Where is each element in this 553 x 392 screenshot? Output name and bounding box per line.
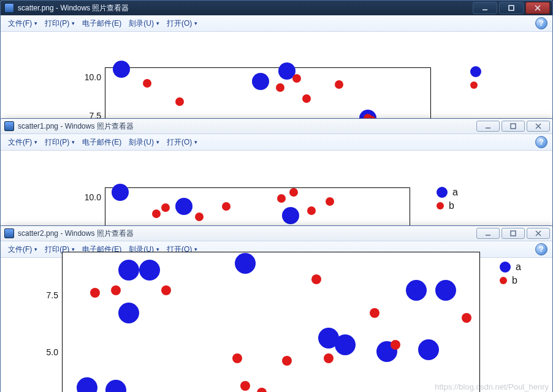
- svg-rect-2: [511, 231, 516, 236]
- svg-rect-1: [511, 124, 516, 129]
- data-point-a: [435, 280, 456, 301]
- y-tick-label: 10.0: [74, 192, 101, 202]
- close-button[interactable]: [527, 121, 550, 132]
- y-tick-label: 7.5: [31, 290, 58, 300]
- titlebar[interactable]: scatter.png - Windows 照片查看器: [1, 1, 552, 15]
- close-button[interactable]: [527, 228, 550, 239]
- y-tick-label: 10.0: [74, 72, 101, 82]
- maximize-button[interactable]: [499, 2, 524, 14]
- data-point-a: [335, 334, 356, 355]
- data-point-a: [175, 198, 193, 215]
- data-point-b: [292, 74, 301, 83]
- svg-rect-0: [509, 6, 514, 10]
- data-point-b: [90, 288, 100, 298]
- minimize-button[interactable]: [476, 228, 500, 239]
- data-point-a: [406, 280, 427, 301]
- close-button[interactable]: [525, 2, 550, 14]
- menu-open[interactable]: 打开(O)▾: [164, 136, 200, 149]
- data-point-a: [235, 253, 256, 274]
- data-point-b: [277, 194, 286, 203]
- legend-swatch-a: [437, 187, 448, 198]
- legend: [467, 64, 490, 93]
- legend-swatch-b: [500, 277, 507, 284]
- data-point-b: [282, 356, 292, 366]
- chevron-down-icon: ▾: [156, 20, 159, 26]
- data-point-a: [282, 207, 299, 224]
- data-point-a: [112, 184, 129, 201]
- data-point-a: [139, 260, 160, 281]
- titlebar[interactable]: scatter1.png - Windows 照片查看器: [1, 119, 552, 134]
- data-point-b: [326, 197, 334, 206]
- menubar: 文件(F)▾ 打印(P)▾ 电子邮件(E) 刻录(U)▾ 打开(O)▾ ?: [1, 15, 552, 32]
- legend-label-a: a: [516, 262, 521, 273]
- minimize-icon: [485, 230, 491, 236]
- menu-open[interactable]: 打开(O)▾: [164, 17, 200, 30]
- menu-email[interactable]: 电子邮件(E): [80, 17, 124, 30]
- menu-file[interactable]: 文件(F)▾: [6, 136, 40, 149]
- legend-swatch-b: [437, 202, 444, 209]
- menu-file[interactable]: 文件(F)▾: [6, 17, 40, 30]
- window-title: scatter1.png - Windows 照片查看器: [18, 119, 476, 134]
- data-point-b: [143, 79, 151, 88]
- minimize-button[interactable]: [473, 2, 497, 14]
- maximize-button[interactable]: [502, 121, 525, 132]
- app-icon: [4, 121, 14, 131]
- menubar: 文件(F)▾ 打印(P)▾ 电子邮件(E) 刻录(U)▾ 打开(O)▾ ?: [1, 134, 552, 151]
- window-photo-viewer-1: scatter.png - Windows 照片查看器 文件(F)▾ 打印(P)…: [0, 0, 553, 137]
- window-photo-viewer-3: scatter2.png - Windows 照片查看器 文件(F)▾ 打印(P…: [0, 225, 553, 392]
- data-point-b: [324, 353, 334, 363]
- legend-label-b: b: [449, 200, 454, 211]
- data-point-b: [161, 203, 170, 212]
- chevron-down-icon: ▾: [34, 246, 37, 252]
- legend-swatch-a: [470, 66, 481, 77]
- menu-email[interactable]: 电子邮件(E): [80, 136, 124, 149]
- window-title: scatter2.png - Windows 照片查看器: [18, 226, 476, 241]
- maximize-icon: [510, 123, 516, 129]
- data-point-b: [302, 94, 311, 103]
- data-point-b: [391, 340, 400, 350]
- help-icon[interactable]: ?: [535, 243, 547, 255]
- data-point-b: [195, 213, 204, 221]
- legend-label-b: b: [512, 275, 517, 286]
- data-point-b: [152, 209, 161, 218]
- data-point-b: [222, 202, 231, 211]
- data-point-b: [161, 285, 171, 295]
- window-title: scatter.png - Windows 照片查看器: [18, 1, 473, 15]
- menu-print[interactable]: 打印(P)▾: [42, 136, 77, 149]
- help-icon[interactable]: ?: [535, 136, 547, 148]
- data-point-a: [118, 303, 139, 323]
- data-point-a: [118, 260, 139, 281]
- chevron-down-icon: ▾: [194, 139, 197, 145]
- help-icon[interactable]: ?: [535, 17, 547, 29]
- data-point-a: [113, 61, 130, 78]
- chevron-down-icon: ▾: [194, 20, 197, 26]
- legend-swatch-a: [500, 262, 511, 273]
- data-point-b: [370, 308, 379, 318]
- legend: ab: [433, 184, 462, 214]
- menu-file[interactable]: 文件(F)▾: [6, 243, 40, 256]
- y-tick-label: 5.0: [31, 347, 58, 357]
- close-icon: [535, 230, 541, 236]
- menu-print[interactable]: 打印(P)▾: [42, 17, 77, 30]
- titlebar[interactable]: scatter2.png - Windows 照片查看器: [1, 226, 552, 241]
- data-point-b: [111, 285, 121, 295]
- legend-label-a: a: [452, 187, 458, 198]
- close-icon: [535, 123, 541, 129]
- data-point-b: [462, 313, 471, 323]
- data-point-a: [252, 73, 269, 90]
- menu-burn[interactable]: 刻录(U)▾: [126, 17, 162, 30]
- legend: ab: [496, 259, 525, 288]
- chevron-down-icon: ▾: [156, 139, 159, 145]
- app-icon: [4, 228, 14, 238]
- menu-burn[interactable]: 刻录(U)▾: [126, 136, 162, 149]
- data-point-b: [307, 206, 316, 215]
- chevron-down-icon: ▾: [72, 139, 75, 145]
- maximize-button[interactable]: [502, 228, 525, 239]
- app-icon: [4, 3, 14, 13]
- minimize-button[interactable]: [476, 121, 500, 132]
- data-point-b: [240, 381, 250, 391]
- chevron-down-icon: ▾: [34, 20, 37, 26]
- data-point-b: [232, 353, 242, 363]
- chevron-down-icon: ▾: [72, 20, 75, 26]
- maximize-icon: [510, 230, 516, 236]
